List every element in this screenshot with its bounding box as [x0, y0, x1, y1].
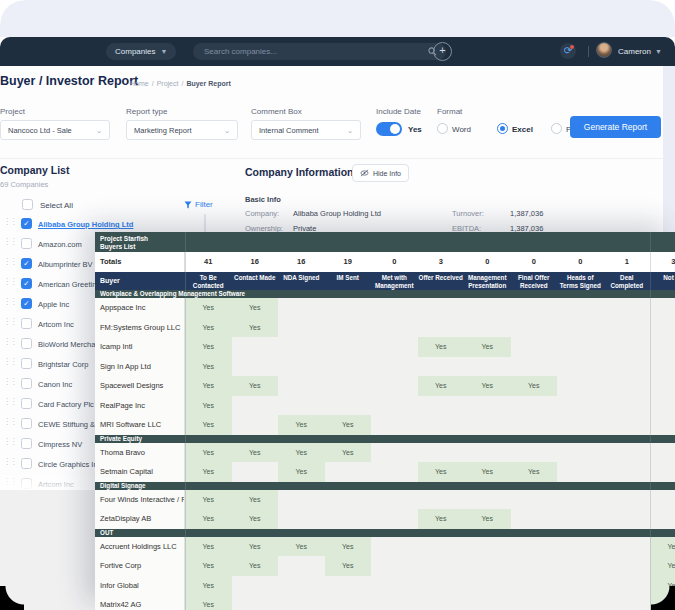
breadcrumb-home[interactable]: Home — [130, 80, 149, 87]
total-value: 16 — [278, 252, 325, 272]
filter-button[interactable]: Filter — [184, 200, 213, 209]
drag-handle-icon[interactable]: ⋮⋮ — [3, 257, 16, 266]
drag-handle-icon[interactable]: ⋮⋮ — [3, 357, 16, 366]
status-cell: Yes — [185, 298, 232, 318]
comment-box-select[interactable]: Internal Comment ⌄ — [251, 120, 361, 140]
buyer-name-cell: Fortive Corp — [95, 556, 185, 576]
column-header: IM Sent — [325, 272, 372, 290]
company-checkbox[interactable] — [21, 398, 32, 409]
status-cell — [604, 337, 651, 357]
drag-handle-icon[interactable]: ⋮⋮ — [3, 237, 16, 246]
status-cell: Yes — [418, 337, 465, 357]
company-checkbox[interactable]: ✓ — [21, 258, 32, 269]
search-bar[interactable] — [193, 43, 446, 60]
section-divider — [0, 158, 675, 159]
drag-handle-icon[interactable]: ⋮⋮ — [3, 417, 16, 426]
company-checkbox[interactable] — [21, 238, 32, 249]
breadcrumb-project[interactable]: Project — [157, 80, 179, 87]
status-cell — [511, 337, 558, 357]
radio-excel-label[interactable]: Excel — [512, 125, 533, 134]
status-cell — [604, 357, 651, 377]
company-name[interactable]: Cimpress NV — [38, 440, 82, 449]
company-checkbox[interactable] — [21, 338, 32, 349]
refresh-icon[interactable]: ⟳ — [560, 43, 576, 59]
company-name[interactable]: Card Factory Plc — [38, 400, 94, 409]
radio-word-label[interactable]: Word — [452, 125, 471, 134]
user-menu[interactable]: Cameron ▼ — [618, 47, 662, 56]
status-cell — [418, 357, 465, 377]
status-cell — [557, 462, 604, 482]
status-cell — [604, 490, 651, 510]
company-checkbox[interactable] — [21, 358, 32, 369]
status-cell: Yes — [185, 318, 232, 338]
status-cell — [557, 337, 604, 357]
include-date-toggle[interactable] — [376, 122, 402, 136]
section-header: Workplace & Overlapping Management Softw… — [95, 290, 675, 298]
company-checkbox[interactable] — [21, 438, 32, 449]
drag-handle-icon[interactable]: ⋮⋮ — [3, 297, 16, 306]
status-cell — [557, 396, 604, 416]
search-input[interactable] — [202, 46, 428, 57]
company-name[interactable]: Amazon.com — [38, 240, 82, 249]
company-checkbox[interactable] — [21, 378, 32, 389]
table-row: Four Winds Interactive / PoppYesYes — [95, 490, 675, 510]
drag-handle-icon[interactable]: ⋮⋮ — [3, 217, 16, 226]
buyer-name-cell: Infor Global — [95, 576, 185, 596]
company-name[interactable]: Canon Inc — [38, 380, 72, 389]
add-button[interactable]: + — [433, 42, 452, 61]
column-header: Final Offer Received — [511, 272, 558, 290]
drag-handle-icon[interactable]: ⋮⋮ — [3, 377, 16, 386]
company-checkbox[interactable] — [21, 418, 32, 429]
company-name[interactable]: Artcom Inc — [38, 320, 74, 329]
status-cell: Yes — [325, 415, 372, 435]
status-cell — [511, 415, 558, 435]
buyer-name-cell: Appspace Inc — [95, 298, 185, 318]
status-cell — [511, 595, 558, 610]
companies-dropdown[interactable]: Companies ▼ — [106, 43, 176, 60]
company-name[interactable]: Brightstar Corp — [38, 360, 88, 369]
drag-handle-icon[interactable]: ⋮⋮ — [3, 437, 16, 446]
status-cell — [371, 576, 418, 596]
company-checkbox[interactable]: ✓ — [21, 218, 32, 229]
status-cell — [650, 396, 675, 416]
project-select[interactable]: Nancoco Ltd - Sale ⌄ — [0, 120, 110, 140]
drag-handle-icon[interactable]: ⋮⋮ — [3, 317, 16, 326]
status-cell — [464, 443, 511, 463]
status-cell — [371, 376, 418, 396]
status-cell: Yes — [185, 396, 232, 416]
status-cell — [418, 415, 465, 435]
status-cell: Yes — [185, 462, 232, 482]
comment-box-select-value: Internal Comment — [259, 126, 319, 135]
table-row: Accruent Holdings LLCYesYesYesYesYes — [95, 537, 675, 557]
buyer-name-cell: Sign In App Ltd — [95, 357, 185, 377]
drag-handle-icon[interactable]: ⋮⋮ — [3, 277, 16, 286]
avatar[interactable] — [596, 42, 612, 58]
company-name[interactable]: BioWorld Merchan — [38, 340, 100, 349]
drag-handle-icon[interactable]: ⋮⋮ — [3, 457, 16, 466]
status-cell — [325, 576, 372, 596]
radio-pdf[interactable] — [551, 123, 562, 134]
report-type-select[interactable]: Marketing Report ⌄ — [126, 120, 238, 140]
status-cell — [557, 576, 604, 596]
select-all-checkbox[interactable] — [22, 199, 33, 210]
status-cell — [371, 298, 418, 318]
status-cell: Yes — [278, 443, 325, 463]
company-checkbox[interactable]: ✓ — [21, 298, 32, 309]
company-name[interactable]: Apple Inc — [38, 300, 69, 309]
company-name[interactable]: CEWE Stiftung & C — [38, 420, 103, 429]
radio-excel[interactable] — [497, 123, 508, 134]
hide-info-button[interactable]: Hide Info — [352, 164, 409, 182]
drag-handle-icon[interactable]: ⋮⋮ — [3, 337, 16, 346]
column-header: Heads of Terms Signed — [557, 272, 604, 290]
company-checkbox[interactable] — [21, 318, 32, 329]
company-checkbox[interactable]: ✓ — [21, 278, 32, 289]
company-name[interactable]: Albumprinter BV — [38, 260, 93, 269]
drag-handle-icon[interactable]: ⋮⋮ — [3, 397, 16, 406]
generate-report-button[interactable]: Generate Report — [570, 116, 661, 138]
status-cell — [604, 556, 651, 576]
top-navbar: Companies ▼ + ⟳ Cameron ▼ — [0, 37, 675, 66]
status-cell — [232, 576, 279, 596]
status-cell — [604, 509, 651, 529]
company-name[interactable]: Alibaba Group Holding Ltd — [38, 220, 133, 229]
radio-word[interactable] — [437, 123, 448, 134]
